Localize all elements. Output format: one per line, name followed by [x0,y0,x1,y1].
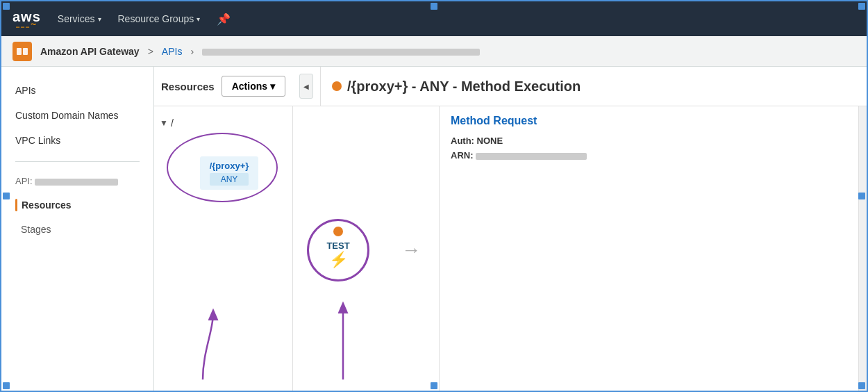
arn-label: ARN: [451,150,474,161]
main-layout: APIs Custom Domain Names VPC Links API: … [1,67,867,392]
collapse-icon: ◀ [303,83,309,90]
svg-rect-1 [23,48,28,55]
flow-arrow: → [401,239,421,261]
aws-logo[interactable]: aws ⎯⎯⎯〜 [12,10,41,28]
collapse-button[interactable]: ◀ [299,74,313,99]
resource-groups-label: Resource Groups [118,13,194,24]
sidebar-item-vpc-links[interactable]: VPC Links [1,128,153,153]
method-exec-title: /{proxy+} - ANY - Method Execution [347,79,581,95]
breadcrumb-bar: Amazon API Gateway > APIs › [1,36,867,67]
services-label: Services [58,13,95,24]
method-request-box: Method Request Auth: NONE ARN: [439,106,858,392]
any-badge[interactable]: ANY [210,173,249,186]
breadcrumb-path [202,46,856,56]
selection-corner-bl [3,382,10,389]
selection-corner-tr [858,3,865,10]
resources-active-label: Resources [22,199,72,211]
method-status-dot [332,81,342,91]
sidebar-item-apis[interactable]: APIs [1,78,153,103]
auth-value: NONE [477,136,503,146]
actions-button[interactable]: Actions ▾ [222,76,285,97]
test-circle[interactable]: TEST ⚡ [307,219,369,281]
selection-corner-ml [3,193,10,199]
arn-detail: ARN: [451,150,847,161]
resources-body: ▼ / /{proxy+} ANY [154,106,867,392]
test-label: TEST [326,240,349,251]
sidebar-api-label: API: [1,170,153,192]
resource-groups-nav[interactable]: Resource Groups ▾ [118,13,201,24]
sidebar-item-resources-active[interactable]: Resources [1,192,153,218]
api-gateway-icon [12,42,32,61]
breadcrumb-apis[interactable]: APIs [162,46,183,57]
selection-corner-tl [3,3,10,10]
arn-value-redacted [476,153,587,160]
api-value-redacted [35,179,118,186]
right-scrollbar[interactable] [858,106,867,392]
selection-corner-bc [431,382,437,389]
actions-label: Actions ▾ [232,81,275,92]
proxy-path-label[interactable]: /{proxy+} [210,161,249,171]
services-nav[interactable]: Services ▾ [58,13,101,24]
sidebar-item-custom-domain[interactable]: Custom Domain Names [1,103,153,128]
sidebar-divider [15,161,140,162]
tree-root-item[interactable]: ▼ / [160,115,287,131]
resources-tree: ▼ / /{proxy+} ANY [154,106,293,392]
arrow-area: → [383,106,439,392]
tree-arrow-down: ▼ [160,118,168,128]
method-request-title[interactable]: Method Request [451,115,847,127]
selection-corner-tc [431,3,437,10]
selection-corner-mr [858,193,865,199]
active-indicator [15,199,17,211]
service-name: Amazon API Gateway [40,46,140,57]
resource-panel: Resources Actions ▾ ◀ /{proxy+} - ANY - … [154,67,867,392]
root-path: / [171,117,174,129]
svg-rect-0 [17,48,22,55]
breadcrumb-separator: > [148,46,153,57]
services-chevron: ▾ [98,15,101,23]
resource-groups-chevron: ▾ [197,15,200,23]
test-status-dot [333,227,343,236]
auth-label: Auth: [451,136,474,146]
sidebar-item-stages[interactable]: Stages [1,218,153,240]
lightning-icon: ⚡ [329,251,348,269]
test-area: TEST ⚡ [293,106,383,392]
sidebar: APIs Custom Domain Names VPC Links API: … [1,67,154,392]
resources-panel-title: Resources [161,81,215,92]
auth-detail: Auth: NONE [451,136,847,146]
selection-corner-br [858,382,865,389]
breadcrumb-sep2: › [190,46,194,57]
pin-icon[interactable]: 📌 [217,13,231,26]
